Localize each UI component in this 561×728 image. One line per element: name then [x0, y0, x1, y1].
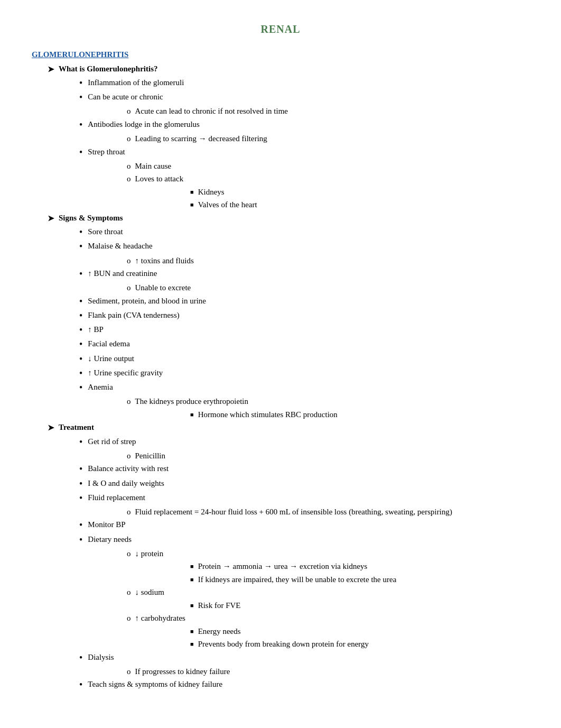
- item-text: Sore throat: [88, 226, 123, 238]
- item-text: ↑ BUN and creatinine: [88, 268, 157, 280]
- sub-items: o ↑ toxins and fluids: [127, 255, 529, 267]
- list-item: • Sore throat: [79, 226, 529, 239]
- list-item: ■ If kidneys are impaired, they will be …: [190, 574, 529, 586]
- bullet-icon: •: [79, 533, 82, 547]
- arrow-icon: ➤: [48, 63, 54, 76]
- list-item: ■ Protein → ammonia → urea → excretion v…: [190, 560, 529, 573]
- treatment-items: • Get rid of strep o Penicillin • Balanc…: [79, 436, 529, 692]
- item-text: I & O and daily weights: [88, 477, 164, 490]
- bullet-icon: •: [79, 381, 82, 394]
- bullet-icon: •: [79, 477, 82, 491]
- list-item: • Antibodies lodge in the glomerulus: [79, 118, 529, 132]
- sub-items: o Unable to excrete: [127, 282, 529, 294]
- list-item: • Can be acute or chronic: [79, 91, 529, 104]
- subsection-what-label: What is Glomerulonephritis?: [59, 63, 158, 75]
- sub-items: o Acute can lead to chronic if not resol…: [127, 105, 529, 117]
- sub-sub-items: ■ Hormone which stimulates RBC productio…: [190, 409, 529, 421]
- sub-items: o If progresses to kidney failure: [127, 666, 529, 678]
- item-text: Acute can lead to chronic if not resolve…: [135, 105, 288, 117]
- page-title: RENAL: [32, 21, 529, 37]
- list-item: o Unable to excrete: [127, 282, 529, 294]
- bullet-icon: •: [79, 519, 82, 532]
- item-text: Dietary needs: [88, 533, 132, 546]
- bullet-icon: •: [79, 463, 82, 476]
- item-text: The kidneys produce erythropoietin: [135, 395, 249, 408]
- item-text: Penicillin: [135, 450, 166, 462]
- sub-items: o Penicillin: [127, 450, 529, 462]
- list-item: o ↓ protein: [127, 548, 529, 560]
- list-item: • ↑ Urine specific gravity: [79, 367, 529, 380]
- item-text: Balance activity with rest: [88, 463, 169, 475]
- list-item: o Penicillin: [127, 450, 529, 462]
- list-item: • Teach signs & symptoms of kidney failu…: [79, 678, 529, 692]
- list-item: • Malaise & headache: [79, 240, 529, 253]
- bullet-icon: •: [79, 295, 82, 308]
- circle-icon: o: [127, 666, 131, 678]
- list-item: • Facial edema: [79, 338, 529, 351]
- square-icon: ■: [190, 410, 194, 419]
- item-text: Kidneys: [198, 186, 225, 198]
- list-item: • Dietary needs: [79, 533, 529, 547]
- list-item: ■ Prevents body from breaking down prote…: [190, 638, 529, 650]
- item-text: Fluid replacement: [88, 492, 145, 504]
- list-item: • Get rid of strep: [79, 436, 529, 449]
- list-item: • Anemia: [79, 381, 529, 394]
- item-text: ↓ sodium: [135, 586, 164, 598]
- list-item: o Main cause: [127, 160, 529, 172]
- square-icon: ■: [190, 601, 194, 610]
- bullet-icon: •: [79, 367, 82, 380]
- list-item: • ↑ BUN and creatinine: [79, 268, 529, 281]
- bullet-icon: •: [79, 678, 82, 692]
- square-icon: ■: [190, 200, 194, 209]
- square-icon: ■: [190, 575, 194, 584]
- subsection-treatment-header: ➤ Treatment: [48, 421, 529, 434]
- list-item: ■ Kidneys: [190, 186, 529, 198]
- item-text: Protein → ammonia → urea → excretion via…: [198, 560, 368, 573]
- sub-items: o Main cause o Loves to attack ■ Kidneys…: [127, 160, 529, 211]
- sub-sub-items: ■ Energy needs ■ Prevents body from brea…: [190, 625, 529, 650]
- square-icon: ■: [190, 627, 194, 636]
- item-text: Fluid replacement = 24-hour fluid loss +…: [135, 506, 452, 518]
- item-text: ↓ Urine output: [88, 353, 134, 365]
- circle-icon: o: [127, 133, 131, 145]
- bullet-icon: •: [79, 146, 82, 159]
- bullet-icon: •: [79, 240, 82, 253]
- subsection-treatment-label: Treatment: [59, 421, 94, 434]
- item-text: Antibodies lodge in the glomerulus: [88, 118, 200, 131]
- bullet-icon: •: [79, 118, 82, 132]
- signs-items: • Sore throat • Malaise & headache o ↑ t…: [79, 226, 529, 420]
- item-text: Strep throat: [88, 146, 125, 158]
- bullet-icon: •: [79, 353, 82, 366]
- list-item: o The kidneys produce erythropoietin: [127, 395, 529, 408]
- item-text: ↑ Urine specific gravity: [88, 367, 163, 379]
- square-icon: ■: [190, 188, 194, 197]
- sub-items: o Leading to scarring → decreased filter…: [127, 133, 529, 145]
- what-items: • Inflammation of the glomeruli • Can be…: [79, 77, 529, 211]
- item-text: Monitor BP: [88, 519, 125, 531]
- item-text: Hormone which stimulates RBC production: [198, 409, 338, 421]
- item-text: Energy needs: [198, 625, 241, 638]
- item-text: Unable to excrete: [135, 282, 191, 294]
- sub-items: o ↓ protein ■ Protein → ammonia → urea →…: [127, 548, 529, 650]
- list-item: • Dialysis: [79, 651, 529, 665]
- list-item: • Sediment, protein, and blood in urine: [79, 295, 529, 308]
- circle-icon: o: [127, 506, 131, 518]
- subsection-signs: ➤ Signs & Symptoms • Sore throat • Malai…: [48, 212, 529, 420]
- item-text: Anemia: [88, 381, 113, 393]
- list-item: • Fluid replacement: [79, 492, 529, 505]
- circle-icon: o: [127, 395, 131, 408]
- bullet-icon: •: [79, 436, 82, 449]
- item-text: ↑ carbohydrates: [135, 612, 185, 624]
- bullet-icon: •: [79, 268, 82, 281]
- item-text: ↓ protein: [135, 548, 164, 560]
- circle-icon: o: [127, 160, 131, 172]
- subsection-what-header: ➤ What is Glomerulonephritis?: [48, 63, 529, 76]
- item-text: Inflammation of the glomeruli: [88, 77, 184, 89]
- subsection-what: ➤ What is Glomerulonephritis? • Inflamma…: [48, 63, 529, 211]
- list-item: o Fluid replacement = 24-hour fluid loss…: [127, 506, 529, 518]
- bullet-icon: •: [79, 651, 82, 665]
- item-text: ↑ toxins and fluids: [135, 255, 194, 267]
- item-text: ↑ BP: [88, 324, 104, 336]
- item-text: Leading to scarring → decreased filterin…: [135, 133, 267, 145]
- list-item: o Leading to scarring → decreased filter…: [127, 133, 529, 145]
